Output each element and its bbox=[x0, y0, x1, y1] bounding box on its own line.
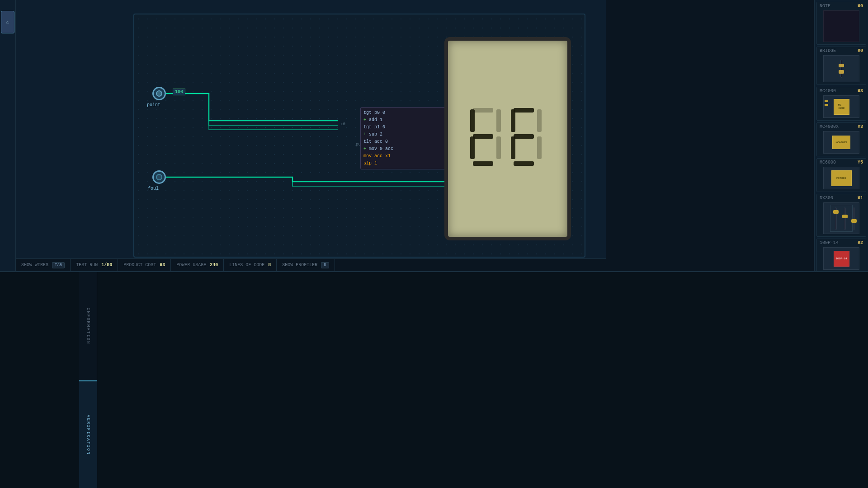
svg-rect-13 bbox=[514, 161, 534, 166]
bridge-slider-track bbox=[840, 60, 842, 78]
tab-verification[interactable]: VERIFICATION bbox=[79, 380, 97, 488]
code-line-5: tlt acc 0 bbox=[363, 138, 448, 145]
component-bridge-label: BRIDGE bbox=[820, 48, 836, 53]
component-note-label: NOTE bbox=[820, 4, 830, 9]
sidebar-btn-home[interactable]: ⌂ bbox=[1, 11, 14, 33]
svg-rect-2 bbox=[496, 109, 501, 132]
svg-rect-9 bbox=[537, 109, 542, 132]
svg-rect-3 bbox=[473, 134, 493, 139]
component-note-price: ¥0 bbox=[858, 4, 863, 9]
component-dx300-price: ¥1 bbox=[858, 196, 863, 201]
vertical-tabs: INFORMATION VERIFICATION bbox=[79, 272, 97, 488]
mc4000-visual: MC4000 bbox=[823, 95, 859, 118]
status-product-cost: PRODUCT COST ¥3 bbox=[118, 259, 171, 271]
mc6000-visual: MC6000 bbox=[823, 167, 859, 189]
code-line-3: tgt p1 0 bbox=[363, 124, 448, 131]
component-mc6000[interactable]: MC6000 ¥5 MC6000 bbox=[816, 158, 866, 192]
code-block: tgt p0 0 + add 1 tgt p1 0 + sub 2 tlt ac… bbox=[360, 107, 451, 169]
lines-of-code-value: 8 bbox=[268, 263, 271, 267]
svg-rect-12 bbox=[537, 136, 542, 159]
code-line-7: mov acc x1 bbox=[363, 153, 448, 160]
test-run-value: 1/80 bbox=[101, 263, 112, 267]
svg-rect-1 bbox=[470, 109, 475, 132]
show-profiler-key[interactable]: R bbox=[321, 262, 329, 268]
lcd-display bbox=[456, 103, 560, 175]
svg-rect-7 bbox=[514, 108, 534, 113]
power-usage-value: 240 bbox=[210, 263, 218, 267]
bridge-slider-thumb2[interactable] bbox=[839, 70, 844, 74]
status-bar: SHOW WIRES TAB TEST RUN 1/80 PRODUCT COS… bbox=[16, 258, 606, 271]
lines-of-code-label: LINES OF CODE bbox=[229, 263, 264, 267]
svg-rect-11 bbox=[511, 136, 515, 159]
foul-node[interactable] bbox=[152, 170, 166, 184]
component-mc4000-label: MC4000 bbox=[820, 89, 836, 94]
point-label: point bbox=[147, 103, 160, 108]
code-line-6: + mov 0 acc bbox=[363, 145, 448, 153]
home-icon: ⌂ bbox=[6, 20, 9, 25]
show-wires-key[interactable]: TAB bbox=[52, 262, 65, 268]
code-line-1: tgt p0 0 bbox=[363, 109, 448, 117]
status-show-profiler: SHOW PROFILER R bbox=[277, 259, 335, 271]
svg-rect-5 bbox=[496, 136, 501, 159]
point-value: 100 bbox=[173, 89, 185, 95]
x0-label: x0 bbox=[340, 122, 345, 127]
svg-rect-6 bbox=[473, 161, 493, 166]
bridge-visual bbox=[823, 55, 859, 82]
display-screen bbox=[444, 37, 571, 240]
bridge-slider-thumb[interactable] bbox=[839, 64, 844, 67]
code-line-8: slp 1 bbox=[363, 160, 448, 167]
mc6000-chip: MC6000 bbox=[831, 170, 852, 186]
svg-rect-8 bbox=[511, 109, 515, 132]
100p14-visual: 100P-14 bbox=[823, 247, 859, 270]
code-line-2: + add 1 bbox=[363, 117, 448, 124]
component-mc4000[interactable]: MC4000 ¥3 MC4000 bbox=[816, 87, 866, 121]
tab-verification-label: VERIFICATION bbox=[86, 415, 90, 455]
grid-area: point 100 foul x0 p0 tgt p0 0 + add 1 tg… bbox=[133, 14, 585, 258]
component-100p14[interactable]: 100P-14 ¥2 100P-14 bbox=[816, 239, 866, 272]
status-power-usage: POWER USAGE 240 bbox=[171, 259, 224, 271]
dx300-visual bbox=[823, 202, 859, 234]
foul-node-indicator bbox=[156, 174, 162, 180]
product-cost-label: PRODUCT COST bbox=[123, 263, 156, 267]
svg-rect-10 bbox=[514, 134, 534, 139]
main-canvas: point 100 foul x0 p0 tgt p0 0 + add 1 tg… bbox=[16, 0, 606, 271]
lcd-digit-left bbox=[469, 107, 505, 170]
foul-label: foul bbox=[148, 186, 159, 191]
mc4000x-visual: MC4000X bbox=[823, 131, 859, 154]
component-100p14-price: ¥2 bbox=[858, 240, 863, 245]
component-mc4000-price: ¥3 bbox=[858, 89, 863, 94]
show-wires-label: SHOW WIRES bbox=[21, 263, 48, 267]
product-cost-value: ¥3 bbox=[160, 263, 165, 267]
svg-rect-0 bbox=[473, 108, 493, 113]
status-show-wires: SHOW WIRES TAB bbox=[16, 259, 71, 271]
test-run-label: TEST RUN bbox=[76, 263, 98, 267]
component-note[interactable]: NOTE ¥0 bbox=[816, 2, 866, 45]
code-line-4: + sub 2 bbox=[363, 131, 448, 138]
component-dx300-label: DX300 bbox=[820, 196, 833, 201]
tab-information[interactable]: INFORMATION bbox=[79, 272, 97, 380]
status-lines-of-code: LINES OF CODE 8 bbox=[224, 259, 277, 271]
status-test-run: TEST RUN 1/80 bbox=[71, 259, 118, 271]
mc4000-chip: MC4000 bbox=[834, 99, 849, 115]
component-bridge-price: ¥0 bbox=[858, 48, 863, 53]
component-mc6000-price: ¥5 bbox=[858, 160, 863, 165]
component-mc6000-label: MC6000 bbox=[820, 160, 836, 165]
point-node-indicator bbox=[156, 90, 162, 97]
component-dx300[interactable]: DX300 ¥1 bbox=[816, 194, 866, 237]
bottom-section: RESET ↺ PAUSE ⏸ STEP ▶ ADVANCE ▶ SIMULAT… bbox=[0, 271, 868, 488]
100p14-chip: 100P-14 bbox=[834, 251, 849, 267]
mc4000x-chip: MC4000X bbox=[832, 136, 850, 149]
power-usage-label: POWER USAGE bbox=[176, 263, 206, 267]
component-mc4000x[interactable]: MC4000X ¥3 MC4000X bbox=[816, 122, 866, 156]
component-mc4000x-price: ¥3 bbox=[858, 124, 863, 129]
lcd-digit-right bbox=[510, 107, 546, 170]
show-profiler-label: SHOW PROFILER bbox=[282, 263, 317, 267]
component-bridge[interactable]: BRIDGE ¥0 bbox=[816, 47, 866, 85]
component-100p14-label: 100P-14 bbox=[820, 240, 839, 245]
note-visual bbox=[823, 10, 859, 42]
point-node[interactable] bbox=[152, 87, 166, 100]
component-mc4000x-label: MC4000X bbox=[820, 124, 839, 129]
svg-rect-4 bbox=[470, 136, 475, 159]
tab-information-label: INFORMATION bbox=[86, 308, 90, 344]
